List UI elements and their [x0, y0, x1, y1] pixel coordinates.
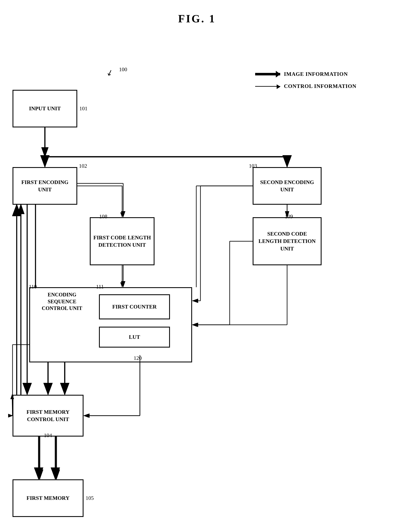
second-code-length-detection-unit-box: SECOND CODE LENGTH DETECTION UNIT	[253, 217, 321, 265]
first-memory-control-unit-label: FIRST MEMORY CONTROL UNIT	[16, 408, 81, 423]
control-info-arrow-icon	[255, 86, 280, 87]
lut-box: LUT	[99, 327, 170, 348]
ref-120: 120	[134, 355, 142, 361]
encoding-sequence-control-unit-label: ENCODING SEQUENCE CONTROL UNIT	[34, 291, 90, 312]
ref-111: 111	[96, 284, 104, 290]
input-unit-box: INPUT UNIT	[13, 90, 77, 127]
first-memory-label: FIRST MEMORY	[26, 494, 70, 502]
first-memory-box: FIRST MEMORY	[13, 479, 83, 517]
first-memory-control-unit-box: FIRST MEMORY CONTROL UNIT	[13, 395, 83, 437]
first-counter-box: FIRST COUNTER	[99, 294, 170, 319]
ref-100-bracket: ↙	[105, 67, 114, 78]
image-info-arrow-icon	[255, 73, 280, 75]
svg-point-4	[43, 155, 47, 158]
legend: IMAGE INFORMATION CONTROL INFORMATION	[255, 71, 356, 89]
ref-101: 101	[79, 105, 88, 112]
first-encoding-unit-box: FIRST ENCODING UNIT	[13, 167, 77, 205]
second-encoding-unit-box: SECOND ENCODING UNIT	[253, 167, 321, 205]
second-encoding-unit-label: SECOND ENCODING UNIT	[256, 179, 319, 193]
encoding-sequence-control-unit-box: ENCODING SEQUENCE CONTROL UNIT FIRST COU…	[29, 287, 192, 362]
ref-102: 102	[79, 163, 87, 169]
first-encoding-unit-label: FIRST ENCODING UNIT	[16, 179, 74, 193]
ref-103: 103	[249, 163, 257, 169]
legend-control-information: CONTROL INFORMATION	[255, 83, 356, 89]
legend-image-information: IMAGE INFORMATION	[255, 71, 356, 77]
image-information-label: IMAGE INFORMATION	[284, 71, 348, 77]
lut-label: LUT	[129, 333, 140, 341]
page-title: FIG. 1	[0, 0, 394, 25]
second-code-length-detection-unit-label: SECOND CODE LENGTH DETECTION UNIT	[256, 230, 319, 252]
ref-110: 110	[29, 284, 37, 290]
ref-105: 105	[86, 495, 94, 501]
first-code-length-detection-unit-label: FIRST CODE LENGTH DETECTION UNIT	[93, 234, 152, 249]
ref-109: 109	[285, 214, 293, 220]
first-code-length-detection-unit-box: FIRST CODE LENGTH DETECTION UNIT	[90, 217, 155, 265]
ref-100: 100	[119, 66, 127, 73]
ref-108: 108	[99, 214, 107, 220]
ref-104: 104	[44, 432, 52, 439]
input-unit-label: INPUT UNIT	[29, 105, 61, 112]
control-information-label: CONTROL INFORMATION	[284, 83, 356, 89]
first-counter-label: FIRST COUNTER	[112, 303, 157, 310]
